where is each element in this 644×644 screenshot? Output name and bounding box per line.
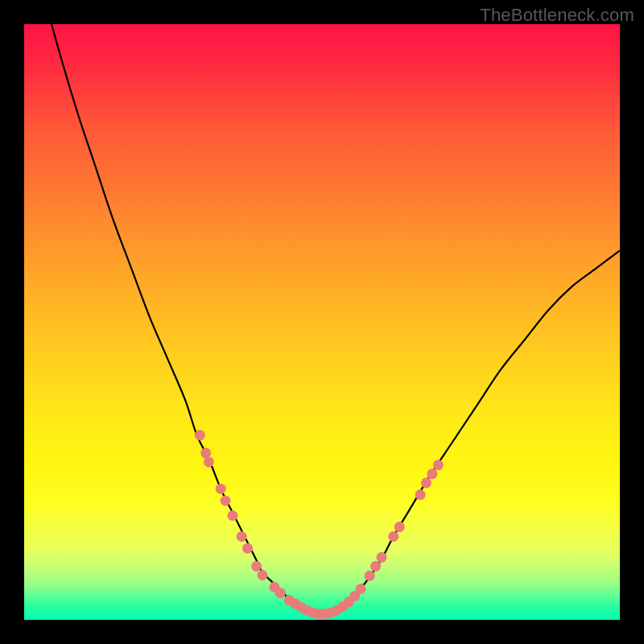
data-marker xyxy=(388,531,398,542)
data-marker xyxy=(377,552,387,563)
data-marker xyxy=(216,484,226,494)
data-marker xyxy=(258,570,268,580)
data-marker xyxy=(275,588,286,598)
data-marker xyxy=(228,510,238,521)
bottleneck-curve xyxy=(24,24,620,620)
curve-line xyxy=(24,24,620,615)
data-marker xyxy=(365,571,375,581)
plot-area xyxy=(24,24,620,620)
data-marker xyxy=(433,460,444,470)
data-marker xyxy=(204,456,214,467)
data-marker xyxy=(242,543,253,554)
data-marker xyxy=(221,496,231,506)
data-marker xyxy=(370,561,381,572)
data-marker xyxy=(200,448,211,458)
data-marker xyxy=(394,522,405,532)
data-marker xyxy=(427,469,437,479)
data-marker xyxy=(421,477,431,488)
chart-frame: TheBottleneck.com xyxy=(0,0,644,644)
data-marker xyxy=(195,430,205,440)
data-marker xyxy=(251,561,262,572)
data-marker xyxy=(356,584,366,594)
data-marker xyxy=(237,531,247,542)
watermark-text: TheBottleneck.com xyxy=(480,5,634,26)
data-marker xyxy=(415,489,426,500)
